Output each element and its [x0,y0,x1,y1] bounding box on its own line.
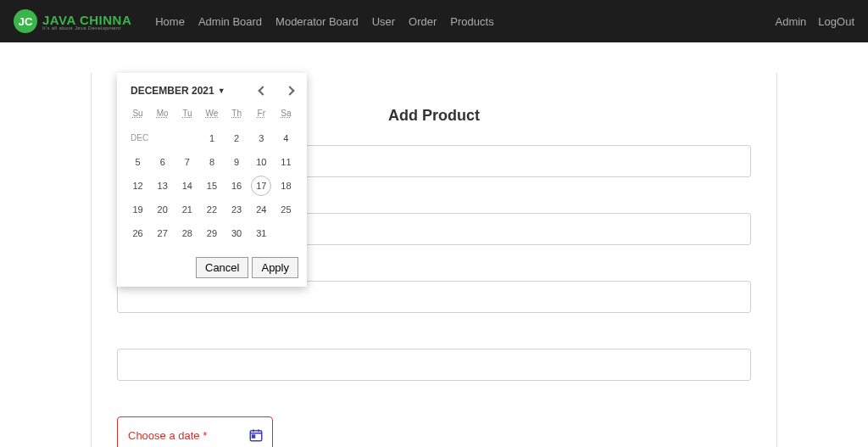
datepicker-day[interactable]: 12 [125,174,150,198]
datepicker-day[interactable]: 13 [150,174,175,198]
datepicker-day[interactable]: 2 [225,126,249,150]
nav-products[interactable]: Products [450,15,493,28]
datepicker-day[interactable]: 23 [225,198,249,221]
datepicker-day[interactable]: 28 [175,221,199,245]
datepicker-month-label: DEC [125,126,150,150]
prev-month-icon[interactable] [258,86,267,95]
datepicker-actions: Cancel Apply [125,257,298,278]
logo[interactable]: JC JAVA CHINNA It's all about Java Devel… [14,9,131,33]
datepicker-cancel-button[interactable]: Cancel [196,257,248,278]
datepicker-day[interactable]: 4 [274,126,298,150]
datepicker-day[interactable]: 16 [225,174,249,198]
datepicker-day[interactable]: 15 [199,174,224,198]
datepicker-day[interactable]: 24 [249,198,274,221]
date-field[interactable]: Choose a date * [117,416,273,447]
navbar: JC JAVA CHINNA It's all about Java Devel… [0,0,868,42]
datepicker-day[interactable]: 18 [274,174,298,198]
datepicker-day[interactable]: 11 [274,150,298,174]
datepicker-day[interactable]: 27 [150,221,175,245]
nav-right: Admin LogOut [775,15,854,28]
nav-home[interactable]: Home [155,15,185,28]
datepicker-grid: SuMoTuWeThFrSaDEC12345678910111213141516… [125,105,298,245]
svg-rect-1 [253,435,255,438]
next-month-icon[interactable] [285,86,294,95]
datepicker-nav [259,87,293,94]
datepicker-dow: Fr [249,105,274,126]
nav-order[interactable]: Order [409,15,437,28]
datepicker-day[interactable]: 29 [199,221,224,245]
datepicker-day[interactable]: 6 [150,150,175,174]
logo-badge: JC [14,9,37,33]
datepicker-dow: We [199,105,224,126]
nav-user[interactable]: User [372,15,395,28]
datepicker-day[interactable]: 7 [175,150,199,174]
datepicker-day[interactable]: 9 [225,150,249,174]
datepicker-title-text: DECEMBER 2021 [131,85,214,97]
datepicker-day[interactable]: 30 [225,221,249,245]
datepicker-day[interactable]: 1 [199,126,224,150]
nav-admin-board[interactable]: Admin Board [198,15,262,28]
form-container: Add Product Choose a date * * Required C… [91,73,777,447]
nav-moderator-board[interactable]: Moderator Board [275,15,359,28]
datepicker-day[interactable]: 21 [175,198,199,221]
datepicker-day[interactable]: 14 [175,174,199,198]
nav-logout[interactable]: LogOut [818,15,854,28]
nav-links: Home Admin Board Moderator Board User Or… [155,15,493,28]
nav-left: JC JAVA CHINNA It's all about Java Devel… [14,9,494,33]
datepicker-empty [150,126,175,150]
calendar-icon [248,427,264,443]
datepicker-day[interactable]: 25 [274,198,298,221]
datepicker-day[interactable]: 20 [150,198,175,221]
datepicker-header: DECEMBER 2021 ▼ [125,85,298,105]
date-label: Choose a date * [128,429,207,442]
datepicker-dow: Mo [150,105,175,126]
datepicker-day[interactable]: 19 [125,198,150,221]
datepicker-dow: Th [225,105,249,126]
product-input-4[interactable] [117,349,751,381]
datepicker-day[interactable]: 31 [249,221,274,245]
datepicker-day[interactable]: 8 [199,150,224,174]
datepicker-month-year[interactable]: DECEMBER 2021 ▼ [131,85,225,97]
datepicker-day[interactable]: 10 [249,150,274,174]
datepicker-day[interactable]: 17 [249,174,274,198]
caret-down-icon: ▼ [218,87,225,95]
datepicker-dow: Tu [175,105,199,126]
logo-subtitle: It's all about Java Development [42,25,131,31]
nav-admin-link[interactable]: Admin [775,15,806,28]
datepicker-apply-button[interactable]: Apply [252,257,298,278]
datepicker-day[interactable]: 3 [249,126,274,150]
datepicker-day[interactable]: 22 [199,198,224,221]
datepicker-dow: Su [125,105,150,126]
datepicker: DECEMBER 2021 ▼ SuMoTuWeThFrSaDEC1234567… [117,73,307,287]
datepicker-day[interactable]: 26 [125,221,150,245]
datepicker-day[interactable]: 5 [125,150,150,174]
datepicker-dow: Sa [274,105,298,126]
datepicker-empty [175,126,199,150]
